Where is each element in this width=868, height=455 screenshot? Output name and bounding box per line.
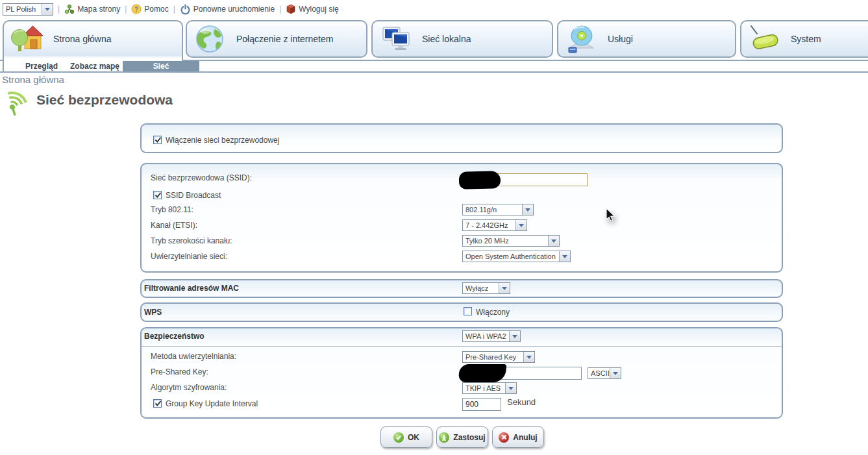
logout-link-label: Wyloguj się — [299, 5, 338, 14]
top-utility-bar: PL Polish | Mapa strony | ? Pomoc | — [0, 0, 868, 18]
tab-content: System — [741, 21, 868, 56]
mac-filtering-select[interactable]: Wyłącz — [462, 282, 510, 294]
cancel-icon — [499, 432, 509, 443]
auth-method-label: Metoda uwierzytelniania: — [151, 352, 236, 361]
mode-80211-label: Tryb 802.11: — [151, 205, 193, 214]
key-encoding-select[interactable]: ASCII — [588, 367, 621, 379]
tab-label: Strona główna — [53, 34, 112, 44]
separator: | — [125, 5, 127, 14]
group-key-interval-checkbox[interactable] — [153, 399, 162, 408]
encryption-label: Algorytm szyfrowania: — [151, 383, 227, 392]
ssid-redaction — [459, 171, 501, 190]
wps-enabled-label: Włączony — [476, 308, 510, 317]
chevron-down-icon — [515, 220, 527, 230]
tab-content: Połączenie z internetem — [187, 21, 366, 56]
chevron-down-icon — [548, 236, 559, 246]
chevron-down-icon — [559, 251, 570, 262]
tab-system[interactable]: System — [740, 20, 868, 58]
security-value: WPA i WPA2 — [463, 332, 509, 340]
key-encoding-value: ASCII — [588, 369, 610, 377]
sitemap-icon — [64, 4, 75, 14]
encryption-value: TKIP i AES — [463, 384, 505, 392]
cancel-button[interactable]: Anuluj — [492, 426, 544, 448]
tab-polaczenie-z-internetem[interactable]: Połączenie z internetem — [186, 20, 367, 58]
pre-shared-key-label: Pre-Shared Key: — [151, 367, 208, 376]
tab-content: Sieć lokalna — [373, 21, 552, 56]
restart-link[interactable]: Ponowne uruchomienie — [180, 4, 275, 15]
enable-wireless-checkbox[interactable] — [153, 136, 162, 144]
chevron-down-icon — [509, 331, 520, 341]
logout-icon — [286, 4, 296, 14]
channel-width-select[interactable]: Tylko 20 MHz — [462, 235, 560, 247]
tab-label: Usługi — [608, 34, 633, 44]
mac-filtering-value: Wyłącz — [463, 284, 499, 292]
auth-method-select[interactable]: Pre-Shared Key — [462, 351, 535, 363]
security-label: Bezpieczeństwo — [144, 332, 205, 341]
wireless-icon — [3, 84, 33, 116]
subtab-siec-bezprzewodowa[interactable]: Sieć bezprzewodowa — [123, 61, 199, 71]
separator: | — [279, 5, 281, 14]
channel-value: 7 - 2.442GHz — [463, 221, 515, 229]
ok-button[interactable]: OK — [380, 426, 432, 448]
network-auth-label: Uwierzytelnianie sieci: — [151, 252, 227, 261]
services-icon — [565, 23, 599, 55]
help-link[interactable]: ? Pomoc — [131, 4, 168, 14]
group-key-interval-input[interactable] — [462, 398, 501, 411]
group-key-interval-label: Group Key Update Interval — [166, 399, 258, 408]
wps-label: WPS — [144, 308, 162, 317]
channel-width-value: Tylko 20 MHz — [463, 237, 548, 245]
network-auth-select[interactable]: Open System Authentication — [462, 251, 571, 262]
tab-siec-lokalna[interactable]: Sieć lokalna — [371, 20, 553, 58]
checkmark-icon — [154, 191, 162, 199]
system-icon — [748, 23, 782, 55]
apply-button-label: Zastosuj — [453, 433, 485, 442]
sitemap-link-label: Mapa strony — [77, 5, 120, 14]
subtab-zobacz-mape[interactable]: Zobacz mapę — [68, 61, 122, 71]
channel-width-label: Tryb szerokości kanału: — [151, 236, 232, 245]
chevron-down-icon — [505, 383, 516, 393]
checkmark-icon — [154, 399, 162, 408]
apply-icon — [439, 432, 449, 443]
page-title: Sieć bezprzewodowa — [36, 92, 173, 108]
separator: | — [173, 5, 175, 14]
ssid-broadcast-checkbox[interactable] — [153, 191, 162, 199]
tab-uslugi[interactable]: Usługi — [557, 20, 736, 58]
security-header-divider — [142, 346, 782, 347]
auth-method-value: Pre-Shared Key — [463, 353, 523, 361]
ok-icon — [393, 432, 404, 443]
tab-content: Strona główna — [4, 21, 182, 56]
encryption-select[interactable]: TKIP i AES — [462, 382, 517, 394]
globe-icon — [193, 23, 227, 55]
pre-shared-key-redaction — [458, 364, 507, 382]
channel-label: Kanał (ETSI): — [151, 221, 197, 230]
security-select[interactable]: WPA i WPA2 — [462, 330, 521, 342]
tab-label: System — [791, 34, 821, 44]
group-key-interval-unit: Sekund — [507, 397, 536, 407]
mode-80211-value: 802.11g/n — [463, 206, 522, 214]
subtab-przeglad[interactable]: Przegląd — [18, 61, 65, 71]
network-auth-value: Open System Authentication — [463, 252, 559, 260]
wps-enabled-checkbox[interactable] — [464, 307, 472, 315]
lan-icon — [379, 23, 413, 55]
restart-link-label: Ponowne uruchomienie — [193, 5, 275, 14]
channel-select[interactable]: 7 - 2.442GHz — [462, 219, 527, 231]
chevron-down-icon — [522, 204, 533, 215]
ssid-label: Sieć bezprzewodowa (SSID): — [151, 173, 252, 182]
home-icon — [10, 23, 44, 55]
separator: | — [58, 5, 60, 14]
help-icon: ? — [131, 4, 142, 14]
chevron-down-icon — [523, 352, 534, 362]
mac-filtering-label: Filtrowanie adresów MAC — [144, 284, 239, 293]
logout-link[interactable]: Wyloguj się — [286, 4, 338, 14]
help-link-label: Pomoc — [144, 5, 168, 14]
language-select[interactable]: PL Polish — [3, 3, 53, 16]
ssid-broadcast-label: SSID Broadcast — [166, 191, 221, 200]
chevron-down-icon — [499, 283, 510, 293]
apply-button[interactable]: Zastosuj — [436, 426, 488, 448]
mouse-cursor — [606, 208, 616, 223]
sitemap-link[interactable]: Mapa strony — [64, 4, 120, 14]
router-admin-page: PL Polish | Mapa strony | ? Pomoc | — [0, 0, 868, 455]
mode-80211-select[interactable]: 802.11g/n — [462, 204, 534, 215]
section-wps — [140, 302, 783, 322]
chevron-down-icon — [42, 4, 53, 15]
